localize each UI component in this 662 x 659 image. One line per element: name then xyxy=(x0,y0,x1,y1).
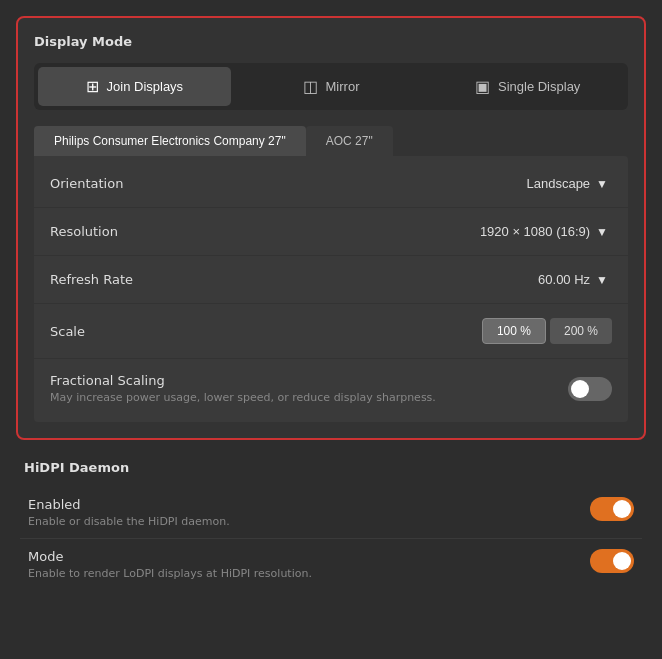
fractional-scaling-toggle[interactable] xyxy=(568,377,612,401)
resolution-value: 1920 × 1080 (16:9) xyxy=(480,224,590,239)
hidpi-section: HiDPI Daemon Enabled Enable or disable t… xyxy=(16,460,646,590)
monitor-tabs: Philips Consumer Electronics Company 27"… xyxy=(34,126,628,156)
display-mode-tabs: ⊞ Join Displays ◫ Mirror ▣ Single Displa… xyxy=(34,63,628,110)
hidpi-mode-text: Mode Enable to render LoDPI displays at … xyxy=(28,549,312,580)
orientation-arrow-icon: ▼ xyxy=(596,177,608,191)
resolution-row: Resolution 1920 × 1080 (16:9) ▼ xyxy=(34,208,628,256)
fractional-scaling-sublabel: May increase power usage, lower speed, o… xyxy=(50,391,436,404)
tab-join-displays-label: Join Displays xyxy=(107,79,184,94)
hidpi-enabled-text: Enabled Enable or disable the HiDPI daem… xyxy=(28,497,230,528)
hidpi-mode-track xyxy=(590,549,634,573)
resolution-label: Resolution xyxy=(50,224,118,239)
monitor-tab-aoc[interactable]: AOC 27" xyxy=(306,126,393,156)
display-mode-card: Display Mode ⊞ Join Displays ◫ Mirror ▣ … xyxy=(16,16,646,440)
orientation-row: Orientation Landscape ▼ xyxy=(34,160,628,208)
scale-100-button[interactable]: 100 % xyxy=(482,318,546,344)
hidpi-mode-row: Mode Enable to render LoDPI displays at … xyxy=(20,539,642,590)
scale-row: Scale 100 % 200 % xyxy=(34,304,628,359)
settings-panel: Orientation Landscape ▼ Resolution 1920 … xyxy=(34,156,628,422)
hidpi-enabled-label: Enabled xyxy=(28,497,230,512)
tab-single-display-label: Single Display xyxy=(498,79,580,94)
monitor-tab-philips[interactable]: Philips Consumer Electronics Company 27" xyxy=(34,126,306,156)
tab-mirror[interactable]: ◫ Mirror xyxy=(235,67,428,106)
hidpi-enabled-thumb xyxy=(613,500,631,518)
hidpi-mode-label: Mode xyxy=(28,549,312,564)
hidpi-title: HiDPI Daemon xyxy=(20,460,642,475)
fractional-scaling-track xyxy=(568,377,612,401)
hidpi-enabled-sublabel: Enable or disable the HiDPI daemon. xyxy=(28,515,230,528)
hidpi-enabled-toggle[interactable] xyxy=(590,497,634,521)
orientation-value: Landscape xyxy=(526,176,590,191)
resolution-dropdown[interactable]: 1920 × 1080 (16:9) ▼ xyxy=(476,222,612,241)
refresh-rate-value: 60.00 Hz xyxy=(538,272,590,287)
mirror-icon: ◫ xyxy=(303,77,318,96)
tab-mirror-label: Mirror xyxy=(326,79,360,94)
join-displays-icon: ⊞ xyxy=(86,77,99,96)
hidpi-mode-thumb xyxy=(613,552,631,570)
scale-200-button[interactable]: 200 % xyxy=(550,318,612,344)
orientation-dropdown[interactable]: Landscape ▼ xyxy=(522,174,612,193)
hidpi-enabled-track xyxy=(590,497,634,521)
fractional-scaling-label: Fractional Scaling xyxy=(50,373,436,388)
single-display-icon: ▣ xyxy=(475,77,490,96)
refresh-rate-label: Refresh Rate xyxy=(50,272,133,287)
refresh-rate-row: Refresh Rate 60.00 Hz ▼ xyxy=(34,256,628,304)
scale-label: Scale xyxy=(50,324,85,339)
refresh-rate-arrow-icon: ▼ xyxy=(596,273,608,287)
resolution-arrow-icon: ▼ xyxy=(596,225,608,239)
fractional-scaling-thumb xyxy=(571,380,589,398)
hidpi-mode-toggle[interactable] xyxy=(590,549,634,573)
refresh-rate-dropdown[interactable]: 60.00 Hz ▼ xyxy=(534,270,612,289)
refresh-rate-control: 60.00 Hz ▼ xyxy=(534,270,612,289)
resolution-control: 1920 × 1080 (16:9) ▼ xyxy=(476,222,612,241)
fractional-scaling-row: Fractional Scaling May increase power us… xyxy=(34,359,628,418)
tab-join-displays[interactable]: ⊞ Join Displays xyxy=(38,67,231,106)
orientation-label: Orientation xyxy=(50,176,123,191)
fractional-scaling-text: Fractional Scaling May increase power us… xyxy=(50,373,436,404)
scale-buttons: 100 % 200 % xyxy=(482,318,612,344)
orientation-control: Landscape ▼ xyxy=(522,174,612,193)
hidpi-enabled-row: Enabled Enable or disable the HiDPI daem… xyxy=(20,487,642,539)
hidpi-mode-sublabel: Enable to render LoDPI displays at HiDPI… xyxy=(28,567,312,580)
tab-single-display[interactable]: ▣ Single Display xyxy=(431,67,624,106)
display-mode-title: Display Mode xyxy=(34,34,628,49)
